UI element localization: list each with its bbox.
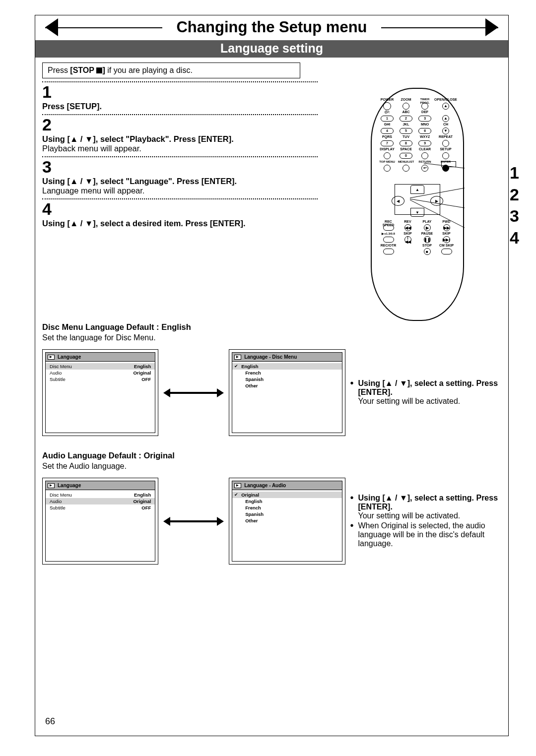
btn-label: ▶x1.3/0.8 bbox=[379, 232, 398, 236]
clear-button[interactable] bbox=[421, 152, 428, 159]
menu-language-left: Language Disc MenuEnglish AudioOriginal … bbox=[42, 478, 158, 565]
callout-numbers: 1 2 3 4 bbox=[510, 162, 519, 249]
section-heading: Audio Language Default : Original bbox=[42, 451, 175, 460]
menu-row[interactable]: AudioOriginal bbox=[46, 498, 155, 504]
ch-up-button[interactable]: ▲ bbox=[442, 115, 449, 122]
btn-label: RETURN bbox=[415, 160, 434, 164]
num-1-button[interactable]: 1 bbox=[381, 116, 394, 122]
bidirectional-arrow-icon bbox=[163, 518, 224, 525]
step-body: Language menu will appear. bbox=[42, 186, 144, 195]
section-sub: Set the Audio language. bbox=[42, 462, 501, 471]
btn-label: TOP MENU bbox=[378, 160, 397, 164]
stop-notice: Press [STOP ] if you are playing a disc. bbox=[42, 63, 300, 78]
skip-fwd-button[interactable]: ▶▶| bbox=[443, 236, 450, 243]
desc-body: Your setting will be activated. bbox=[358, 397, 461, 405]
num-5-button[interactable]: 5 bbox=[400, 128, 412, 134]
btn-label: POWER bbox=[378, 98, 397, 102]
section-disc-menu-language: Disc Menu Language Default : English Set… bbox=[42, 322, 501, 436]
step-number: 4 bbox=[42, 200, 318, 217]
callout-1: 1 bbox=[510, 162, 519, 184]
notice-pre: Press bbox=[48, 66, 68, 74]
btn-label: OPEN/CLOSE bbox=[434, 98, 457, 102]
fwd-button[interactable]: ▶▶ bbox=[443, 224, 450, 231]
menu-option[interactable]: Other bbox=[236, 517, 337, 524]
power-button[interactable] bbox=[383, 102, 391, 110]
notice-stop-label: [STOP bbox=[70, 66, 94, 74]
topmenu-button[interactable] bbox=[384, 165, 391, 172]
menu-option[interactable]: English bbox=[232, 363, 341, 370]
display-button[interactable] bbox=[384, 152, 391, 159]
btn-label: DISPLAY bbox=[378, 147, 397, 151]
step-body: Playback menu will appear. bbox=[42, 144, 141, 153]
tv-icon bbox=[234, 483, 241, 488]
num-0-button[interactable]: 0 bbox=[400, 153, 412, 159]
desc-bold: Using [▲ / ▼], select a setting. Press [… bbox=[358, 379, 498, 396]
menu-language-disc-menu: Language - Disc Menu English French Span… bbox=[229, 349, 345, 436]
btn-label: MNO bbox=[415, 123, 434, 126]
btn-label: WXYZ bbox=[415, 135, 434, 139]
section-subtitle: Language setting bbox=[35, 40, 508, 58]
callout-box-setup bbox=[441, 161, 456, 167]
rev-button[interactable]: ◀◀ bbox=[404, 224, 411, 231]
recotr-button[interactable] bbox=[383, 249, 394, 254]
num-6-button[interactable]: 6 bbox=[418, 128, 431, 134]
num-4-button[interactable]: 4 bbox=[381, 128, 394, 134]
menu-row[interactable]: SubtitleOFF bbox=[50, 504, 151, 511]
stop-button[interactable]: ■ bbox=[424, 248, 431, 255]
callout-box-dpad bbox=[395, 184, 440, 215]
btn-label: @/: bbox=[378, 110, 397, 114]
ch-down-button[interactable]: ▼ bbox=[442, 127, 449, 134]
num-7-button[interactable]: 7 bbox=[381, 140, 394, 146]
menu-option[interactable]: Spanish bbox=[236, 376, 337, 382]
menu-option[interactable]: English bbox=[236, 498, 337, 504]
description-column: Using [▲ / ▼], select a setting. Press [… bbox=[350, 379, 502, 407]
btn-label: SETUP bbox=[434, 147, 457, 151]
tv-icon bbox=[48, 355, 55, 360]
callout-2: 2 bbox=[510, 184, 519, 206]
stop-icon bbox=[96, 67, 102, 73]
btn-label: TIMER PROG. bbox=[415, 98, 434, 102]
bidirectional-arrow-icon bbox=[163, 389, 224, 396]
timer-button[interactable] bbox=[421, 103, 428, 110]
setup-button[interactable] bbox=[442, 152, 449, 159]
open-close-button[interactable]: ▲ bbox=[442, 103, 449, 110]
menulist-button[interactable] bbox=[402, 165, 409, 172]
pause-button[interactable]: ❚❚ bbox=[424, 236, 431, 243]
btn-label: SPACE bbox=[397, 147, 415, 151]
section-sub: Set the language for Disc Menu. bbox=[42, 333, 501, 342]
menu-row[interactable]: Disc MenuEnglish bbox=[46, 363, 155, 370]
menu-option[interactable]: Original bbox=[232, 492, 341, 498]
remote-bottom-grid: REC SPEED REV PLAY FWD ◀◀ ▶ ▶▶ ▶x1.3/0.8… bbox=[379, 220, 456, 255]
btn-label: REC/OTR bbox=[379, 244, 398, 248]
instruction-steps: 1 Press [SETUP]. 2 Using [▲ / ▼], select… bbox=[42, 81, 318, 228]
btn-label: CH bbox=[434, 123, 457, 126]
btn-label: ZOOM bbox=[397, 98, 415, 102]
num-3-button[interactable]: 3 bbox=[418, 116, 431, 122]
num-2-button[interactable]: 2 bbox=[400, 116, 412, 122]
recspeed-button[interactable] bbox=[383, 225, 394, 231]
menu-row[interactable]: AudioOriginal bbox=[50, 370, 151, 376]
repeat-button[interactable] bbox=[442, 140, 449, 147]
btn-label: TUV bbox=[397, 135, 415, 139]
menu-row[interactable]: Disc MenuEnglish bbox=[50, 492, 151, 498]
zoom-button[interactable] bbox=[402, 103, 409, 110]
step-number: 3 bbox=[42, 158, 318, 175]
section-heading: Disc Menu Language Default : English bbox=[42, 322, 191, 331]
remote-button-grid: POWER ZOOM TIMER PROG. OPEN/CLOSE ▲ @/: … bbox=[378, 98, 457, 172]
skip-back-button[interactable]: |◀◀ bbox=[404, 236, 411, 243]
step-bold: Using [▲ / ▼], select "Language". Press … bbox=[42, 177, 237, 186]
return-button[interactable]: ↩ bbox=[421, 165, 428, 172]
num-8-button[interactable]: 8 bbox=[400, 140, 412, 146]
x13-button[interactable] bbox=[383, 237, 394, 243]
menu-option[interactable]: Spanish bbox=[236, 511, 337, 517]
menu-option[interactable]: French bbox=[236, 504, 337, 511]
btn-label: PLAY bbox=[417, 220, 437, 224]
menu-row[interactable]: SubtitleOFF bbox=[50, 376, 151, 382]
menu-title: Language - Audio bbox=[244, 483, 286, 488]
num-9-button[interactable]: 9 bbox=[418, 140, 431, 146]
menu-option[interactable]: Other bbox=[236, 382, 337, 389]
cmskip-button[interactable] bbox=[441, 249, 452, 254]
btn-label: CM SKIP bbox=[437, 244, 456, 248]
menu-option[interactable]: French bbox=[236, 370, 337, 376]
play-button[interactable]: ▶ bbox=[424, 224, 431, 231]
